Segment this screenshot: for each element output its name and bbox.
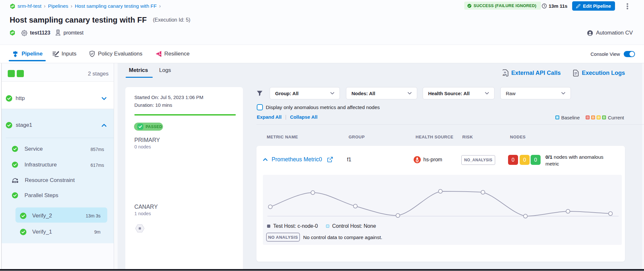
svg-text:API: API [503,74,507,76]
